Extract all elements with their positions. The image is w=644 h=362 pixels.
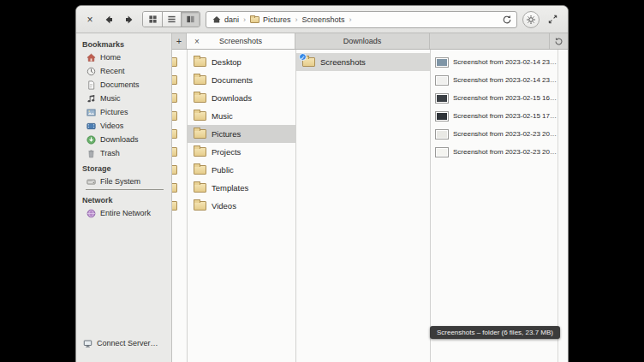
sidebar-section-network: Network [76, 192, 171, 206]
column-view-icon [186, 15, 195, 24]
recent-icon [86, 67, 96, 76]
folder-row-screenshots[interactable]: ✓ Screenshots [296, 53, 430, 71]
breadcrumb-home[interactable]: dani [211, 15, 241, 24]
parent-column-item[interactable] [172, 107, 187, 125]
breadcrumb-label: dani [224, 15, 239, 24]
path-bar[interactable]: dani › Pictures › Screenshots › [206, 11, 517, 28]
folder-icon [172, 201, 177, 211]
parent-column-strip [172, 50, 187, 362]
videos-icon [86, 122, 96, 131]
file-row[interactable]: Screenshot from 2023-02-15 17… [431, 107, 558, 125]
sidebar-item-label: Music [100, 94, 121, 103]
parent-column-item[interactable] [172, 125, 187, 143]
tab-label: Downloads [343, 37, 382, 45]
settings-button[interactable] [522, 11, 540, 28]
fullscreen-button[interactable] [545, 12, 560, 27]
tab-downloads[interactable]: Downloads [295, 33, 430, 49]
folder-icon [194, 165, 206, 175]
parent-column-item[interactable] [172, 179, 187, 197]
parent-column-item[interactable] [172, 71, 187, 89]
refresh-button[interactable] [502, 15, 512, 25]
breadcrumb-screenshots[interactable]: Screenshots [301, 15, 347, 24]
folder-row-label: Documents [212, 75, 253, 85]
folder-row-pictures[interactable]: Pictures [188, 125, 295, 143]
folder-icon [172, 183, 177, 193]
sidebar-item-label: Recent [100, 67, 125, 75]
trash-icon [86, 149, 96, 158]
column-tail [558, 50, 568, 362]
parent-column-item[interactable] [172, 53, 187, 71]
restore-tab-button[interactable] [549, 33, 568, 49]
sidebar-item-entire-network[interactable]: Entire Network [76, 206, 171, 220]
folder-row-label: Templates [212, 183, 248, 193]
sidebar-item-recent[interactable]: Recent [76, 64, 171, 78]
parent-column-item[interactable] [172, 161, 187, 179]
folder-row-documents[interactable]: Documents [188, 71, 295, 89]
folder-icon [172, 57, 177, 67]
file-row[interactable]: Screenshot from 2023-02-14 23… [431, 53, 558, 71]
tab-close-button[interactable]: × [194, 33, 200, 49]
folder-row-label: Public [212, 165, 234, 175]
list-view-button[interactable] [162, 12, 181, 27]
folder-row-public[interactable]: Public [188, 161, 295, 179]
tab-screenshots[interactable]: × Screenshots [187, 33, 295, 49]
grid-view-button[interactable] [143, 12, 162, 27]
file-thumbnail [435, 75, 449, 86]
parent-column-item[interactable] [172, 89, 187, 107]
sidebar-item-pictures[interactable]: Pictures [76, 105, 171, 119]
file-row[interactable]: Screenshot from 2023-02-23 20… [431, 125, 558, 143]
folder-icon [194, 183, 206, 193]
folder-row-downloads[interactable]: Downloads [188, 89, 295, 107]
sidebar-item-filesystem[interactable]: File System [76, 175, 171, 188]
sidebar-item-label: Home [100, 53, 121, 62]
content-area: + × Screenshots Downloads [172, 33, 568, 362]
file-row[interactable]: Screenshot from 2023-02-14 23… [431, 71, 558, 89]
status-tooltip: Screenshots – folder (6 files, 23.7 MB) [430, 326, 560, 339]
sidebar-item-music[interactable]: Music [76, 92, 171, 105]
sidebar-item-label: File System [100, 177, 140, 186]
tab-label: Screenshots [219, 37, 262, 45]
connect-server-button[interactable]: Connect Server… [76, 336, 171, 350]
filesystem-icon [86, 177, 96, 187]
parent-column-item[interactable] [172, 197, 187, 215]
breadcrumb-label: Screenshots [302, 15, 345, 24]
network-icon [86, 209, 96, 218]
folder-icon [194, 75, 206, 85]
folder-icon [172, 75, 177, 85]
window-close-button[interactable]: × [84, 13, 96, 27]
sidebar-item-videos[interactable]: Videos [76, 119, 171, 133]
refresh-icon [502, 15, 512, 25]
folder-icon [194, 147, 206, 157]
back-button[interactable] [101, 12, 116, 27]
file-row[interactable]: Screenshot from 2023-02-23 20… [431, 143, 558, 161]
parent-column-item[interactable] [172, 143, 187, 161]
new-tab-button[interactable]: + [172, 33, 187, 49]
sidebar-item-documents[interactable]: Documents [76, 78, 171, 92]
folder-row-music[interactable]: Music [188, 107, 295, 125]
documents-icon [86, 80, 96, 90]
file-row[interactable]: Screenshot from 2023-02-15 16… [431, 89, 558, 107]
file-name: Screenshot from 2023-02-23 20… [453, 130, 557, 138]
forward-button[interactable] [122, 12, 137, 27]
folder-row-videos[interactable]: Videos [188, 197, 295, 215]
column-view-button[interactable] [181, 12, 200, 27]
chevron-right-icon: › [295, 15, 299, 24]
folder-row-projects[interactable]: Projects [188, 143, 295, 161]
folder-icon [194, 111, 206, 121]
sidebar-item-trash[interactable]: Trash [76, 146, 171, 160]
folder-row-label: Desktop [212, 57, 242, 67]
column-home: Desktop Documents Downloads Music Pictur… [187, 50, 295, 362]
sidebar-item-downloads[interactable]: Downloads [76, 133, 171, 146]
sidebar-item-home[interactable]: Home [76, 50, 171, 64]
folder-row-label: Projects [212, 147, 241, 157]
sidebar-item-label: Trash [100, 149, 120, 157]
breadcrumb-pictures[interactable]: Pictures [248, 15, 293, 24]
folder-icon [172, 165, 177, 175]
main-area: Bookmarks Home Recent Documents Music Pi… [76, 33, 568, 362]
folder-row-desktop[interactable]: Desktop [188, 53, 295, 71]
file-name: Screenshot from 2023-02-15 16… [453, 94, 557, 102]
tab-history-icon [554, 37, 564, 46]
folder-row-templates[interactable]: Templates [188, 179, 295, 197]
forward-icon [124, 15, 134, 25]
file-name: Screenshot from 2023-02-23 20… [453, 148, 557, 156]
